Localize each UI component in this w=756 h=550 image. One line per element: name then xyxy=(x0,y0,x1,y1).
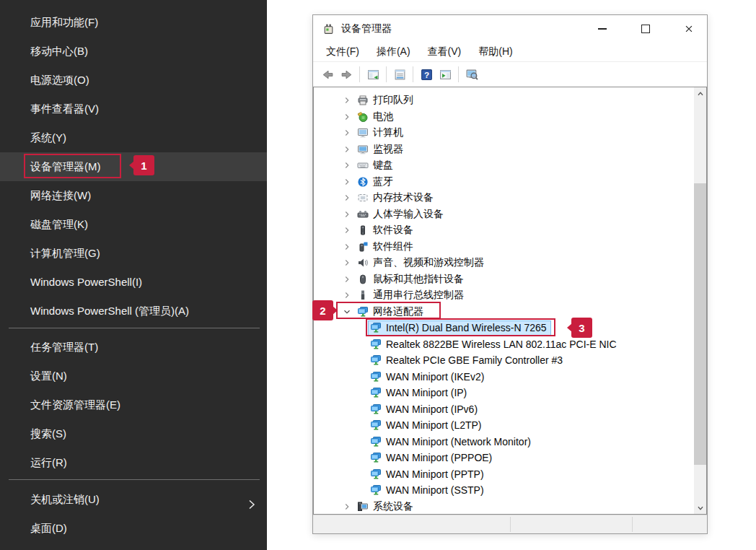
winx-item-powershell-admin[interactable]: Windows PowerShell (管理员)(A) xyxy=(0,297,267,326)
tree-item-network-adapters[interactable]: 网络适配器 xyxy=(314,304,706,320)
vertical-scrollbar[interactable] xyxy=(694,87,706,514)
chevron-right-icon[interactable] xyxy=(341,192,353,204)
tree-item-realtek-8822be[interactable]: Realtek 8822BE Wireless LAN 802.11ac PCI… xyxy=(314,336,706,353)
tree-item-software-devices[interactable]: 软件设备 xyxy=(314,222,706,239)
minimize-button[interactable] xyxy=(586,15,618,43)
toolbar-separator xyxy=(386,66,387,82)
menu-help[interactable]: 帮助(H) xyxy=(470,43,521,61)
mouse-icon xyxy=(357,274,369,285)
back-button[interactable] xyxy=(319,66,336,83)
show-action-pane-button[interactable] xyxy=(436,66,454,83)
tree-item-wan-ikev2[interactable]: WAN Miniport (IKEv2) xyxy=(314,369,706,385)
chevron-right-icon[interactable] xyxy=(341,241,353,253)
chevron-right-icon[interactable] xyxy=(341,127,353,139)
network-adapter-icon xyxy=(370,484,382,496)
tree-item-sound-controllers[interactable]: 声音、视频和游戏控制器 xyxy=(314,255,706,271)
show-console-tree-button[interactable] xyxy=(364,66,382,83)
winx-item-apps-features[interactable]: 应用和功能(F) xyxy=(0,8,267,37)
menu-view[interactable]: 查看(V) xyxy=(419,43,470,61)
scan-hardware-changes-button[interactable] xyxy=(463,66,480,83)
tree-item-software-components[interactable]: 软件组件 xyxy=(314,239,706,256)
selected-row-highlight: Intel(R) Dual Band Wireless-N 7265 xyxy=(369,321,550,335)
chevron-right-icon[interactable] xyxy=(341,209,353,220)
tree-item-memory-devices[interactable]: 内存技术设备 xyxy=(314,190,706,206)
scroll-up-icon[interactable] xyxy=(694,87,706,100)
network-adapter-icon xyxy=(370,371,382,383)
chevron-right-icon[interactable] xyxy=(341,501,353,512)
tree-item-mice[interactable]: 鼠标和其他指针设备 xyxy=(314,271,706,288)
chevron-down-icon[interactable] xyxy=(341,306,353,318)
window-title: 设备管理器 xyxy=(341,22,392,35)
tree-item-realtek-pcie-gbe[interactable]: Realtek PCIe GBE Family Controller #3 xyxy=(314,352,706,369)
tree-item-label: 系统设备 xyxy=(373,500,413,513)
keyboard-icon xyxy=(357,160,369,171)
scrollbar-thumb[interactable] xyxy=(694,183,706,465)
tree-item-intel-wireless[interactable]: Intel(R) Dual Band Wireless-N 7265 xyxy=(314,320,706,336)
winx-item-search[interactable]: 搜索(S) xyxy=(0,419,267,448)
winx-item-task-manager[interactable]: 任务管理器(T) xyxy=(0,333,267,362)
winx-item-desktop[interactable]: 桌面(D) xyxy=(0,514,267,543)
tree-item-monitors[interactable]: 监视器 xyxy=(314,141,706,158)
tree-item-hid[interactable]: 人体学输入设备 xyxy=(314,206,706,223)
network-adapter-icon xyxy=(357,306,369,318)
tree-item-wan-pptp[interactable]: WAN Miniport (PPTP) xyxy=(314,466,706,483)
winx-item-disk-management[interactable]: 磁盘管理(K) xyxy=(0,210,267,239)
chevron-right-icon[interactable] xyxy=(341,95,353,106)
winx-item-network-connections[interactable]: 网络连接(W) xyxy=(0,181,267,210)
winx-item-shutdown[interactable]: 关机或注销(U) xyxy=(0,485,267,514)
winx-item-settings[interactable]: 设置(N) xyxy=(0,362,267,390)
tree-item-label: WAN Miniport (PPPOE) xyxy=(386,452,492,463)
tree-item-label: 监视器 xyxy=(373,143,403,156)
tree-item-wan-sstp[interactable]: WAN Miniport (SSTP) xyxy=(314,482,706,499)
chevron-right-icon[interactable] xyxy=(341,111,353,123)
winx-item-label: 运行(R) xyxy=(30,456,67,468)
tree-item-label: 蓝牙 xyxy=(373,175,393,188)
winx-item-device-manager[interactable]: 设备管理器(M) xyxy=(0,152,267,181)
tree-item-wan-ipv6[interactable]: WAN Miniport (IPv6) xyxy=(314,401,706,418)
tree-item-wan-l2tp[interactable]: WAN Miniport (L2TP) xyxy=(314,417,706,434)
action-pane-icon xyxy=(439,69,452,81)
tree-item-keyboards[interactable]: 键盘 xyxy=(314,157,706,174)
winx-item-event-viewer[interactable]: 事件查看器(V) xyxy=(0,95,267,123)
forward-button[interactable] xyxy=(338,66,355,83)
tree-item-system-devices[interactable]: 系统设备 xyxy=(314,499,706,515)
winx-item-computer-management[interactable]: 计算机管理(G) xyxy=(0,239,267,268)
chevron-right-icon[interactable] xyxy=(341,274,353,285)
chevron-right-icon[interactable] xyxy=(341,144,353,155)
chevron-right-icon[interactable] xyxy=(341,257,353,269)
tree-item-print-queues[interactable]: 打印队列 xyxy=(314,92,706,109)
winx-item-label: 设置(N) xyxy=(30,370,67,382)
close-button[interactable] xyxy=(672,15,705,43)
menu-file[interactable]: 文件(F) xyxy=(317,43,368,61)
chevron-right-icon[interactable] xyxy=(341,160,353,171)
help-button[interactable] xyxy=(418,66,435,83)
winx-item-power-options[interactable]: 电源选项(O) xyxy=(0,66,267,95)
maximize-button[interactable] xyxy=(629,15,662,43)
winx-item-file-explorer[interactable]: 文件资源管理器(E) xyxy=(0,390,267,419)
chevron-right-icon[interactable] xyxy=(341,289,353,301)
tree-item-computer[interactable]: 计算机 xyxy=(314,125,706,141)
winx-item-mobility-center[interactable]: 移动中心(B) xyxy=(0,37,267,66)
title-bar[interactable]: 设备管理器 xyxy=(313,15,707,43)
winx-item-system[interactable]: 系统(Y) xyxy=(0,123,267,152)
tree-item-bluetooth[interactable]: 蓝牙 xyxy=(314,174,706,191)
status-bar xyxy=(313,515,707,533)
screenshot-root: 应用和功能(F) 移动中心(B) 电源选项(O) 事件查看器(V) 系统(Y) … xyxy=(0,0,756,550)
scan-hardware-icon xyxy=(466,69,478,81)
menu-action[interactable]: 操作(A) xyxy=(368,43,419,61)
tree-item-label: 人体学输入设备 xyxy=(373,208,444,221)
help-icon xyxy=(421,69,433,81)
chevron-right-icon[interactable] xyxy=(341,224,353,236)
tree-item-batteries[interactable]: 电池 xyxy=(314,109,706,126)
properties-button[interactable] xyxy=(391,66,408,83)
tree-item-label: WAN Miniport (Network Monitor) xyxy=(386,436,531,448)
chevron-right-icon[interactable] xyxy=(341,176,353,188)
tree-item-wan-ip[interactable]: WAN Miniport (IP) xyxy=(314,385,706,401)
tree-item-wan-netmon[interactable]: WAN Miniport (Network Monitor) xyxy=(314,434,706,450)
winx-item-run[interactable]: 运行(R) xyxy=(0,448,267,477)
winx-menu: 应用和功能(F) 移动中心(B) 电源选项(O) 事件查看器(V) 系统(Y) … xyxy=(0,0,267,550)
tree-item-usb-controllers[interactable]: 通用串行总线控制器 xyxy=(314,287,706,304)
scroll-down-icon[interactable] xyxy=(694,502,706,514)
tree-item-wan-pppoe[interactable]: WAN Miniport (PPPOE) xyxy=(314,450,706,466)
winx-item-powershell[interactable]: Windows PowerShell(I) xyxy=(0,268,267,297)
